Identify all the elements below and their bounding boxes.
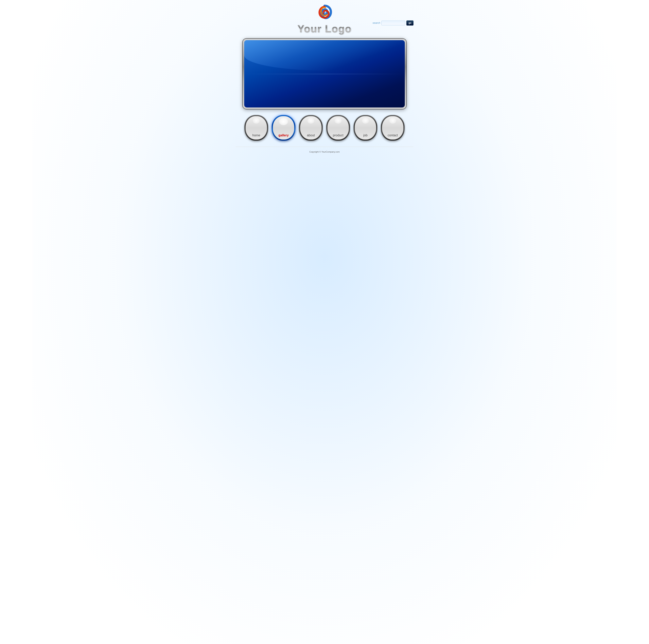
banner-inner <box>244 40 405 108</box>
search-area: search go <box>373 21 414 26</box>
nav-inner-home: home <box>246 116 267 139</box>
nav-window-product: product <box>326 115 350 141</box>
banner-outer <box>243 39 406 109</box>
logo-area: Your Logo <box>297 4 352 35</box>
nav-label-gallery: gallery <box>278 133 289 137</box>
nav-btn-gallery[interactable]: gallery <box>272 115 295 141</box>
nav-inner-about: about <box>300 116 321 139</box>
header: Your Logo search go <box>235 4 414 35</box>
nav-label-job: job <box>363 133 367 137</box>
nav-window-about: about <box>299 115 323 141</box>
nav-area: home gallery about product <box>243 113 406 145</box>
nav-inner-job: job <box>355 116 376 139</box>
footer-copyright: Copyright © YourCompany.com <box>309 151 340 153</box>
nav-inner-product: product <box>328 116 349 139</box>
nav-window-gallery: gallery <box>272 115 295 141</box>
banner-container <box>243 39 406 109</box>
nav-label-product: product <box>333 133 343 137</box>
nav-label-contact: contact <box>388 133 398 137</box>
nav-btn-about[interactable]: about <box>299 115 323 141</box>
nav-inner-contact: contact <box>382 116 403 139</box>
nav-btn-contact[interactable]: contact <box>381 115 404 141</box>
nav-btn-product[interactable]: product <box>326 115 350 141</box>
go-button[interactable]: go <box>406 21 414 26</box>
nav-label-home: home <box>252 133 260 137</box>
nav-btn-home[interactable]: home <box>245 115 268 141</box>
nav-window-home: home <box>245 115 268 141</box>
search-input[interactable] <box>382 21 405 25</box>
swirl-logo <box>316 4 333 22</box>
nav-btn-job[interactable]: job <box>354 115 377 141</box>
nav-window-contact: contact <box>381 115 404 141</box>
logo-text: Your Logo <box>297 23 352 35</box>
footer: Copyright © YourCompany.com <box>235 147 414 155</box>
search-label: search <box>373 22 380 24</box>
page-wrapper: Your Logo search go home gallery <box>235 4 414 155</box>
nav-label-about: about <box>307 133 315 137</box>
svg-point-0 <box>323 12 326 14</box>
nav-inner-gallery: gallery <box>273 116 294 139</box>
nav-window-job: job <box>354 115 377 141</box>
